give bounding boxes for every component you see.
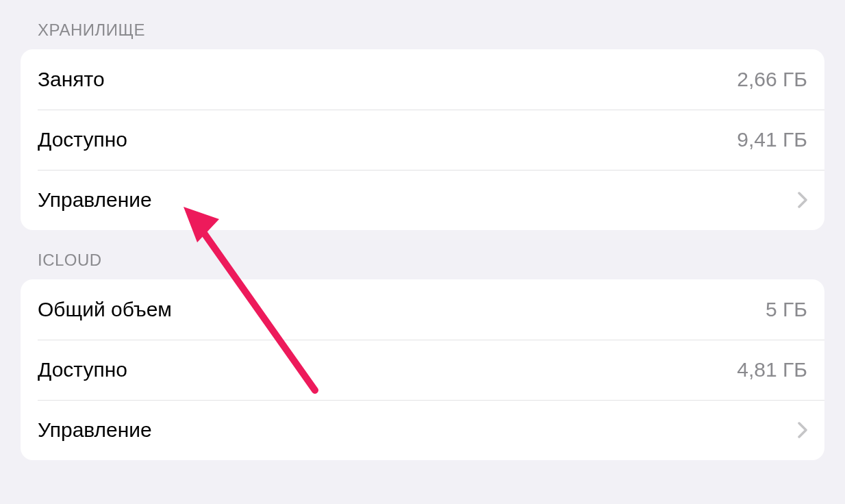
icloud-available-value: 4,81 ГБ	[737, 358, 807, 381]
icloud-section-header: ICLOUD	[21, 230, 824, 279]
storage-section-header: ХРАНИЛИЩЕ	[21, 0, 824, 49]
storage-available-label: Доступно	[38, 128, 127, 151]
icloud-available-row: Доступно 4,81 ГБ	[21, 340, 824, 400]
icloud-manage-row[interactable]: Управление	[21, 400, 824, 460]
storage-section-group: Занято 2,66 ГБ Доступно 9,41 ГБ Управлен…	[21, 49, 824, 230]
storage-used-row: Занято 2,66 ГБ	[21, 49, 824, 110]
icloud-total-value: 5 ГБ	[766, 298, 807, 321]
icloud-total-label: Общий объем	[38, 298, 172, 321]
icloud-available-label: Доступно	[38, 358, 127, 381]
chevron-right-icon	[798, 192, 807, 208]
storage-available-value: 9,41 ГБ	[737, 128, 807, 151]
storage-manage-row[interactable]: Управление	[21, 170, 824, 230]
storage-manage-label: Управление	[38, 188, 152, 212]
storage-used-value: 2,66 ГБ	[737, 68, 807, 91]
chevron-right-icon	[798, 422, 807, 438]
storage-used-label: Занято	[38, 68, 105, 91]
icloud-manage-label: Управление	[38, 418, 152, 442]
icloud-total-row: Общий объем 5 ГБ	[21, 279, 824, 340]
storage-available-row: Доступно 9,41 ГБ	[21, 110, 824, 170]
icloud-section-group: Общий объем 5 ГБ Доступно 4,81 ГБ Управл…	[21, 279, 824, 460]
